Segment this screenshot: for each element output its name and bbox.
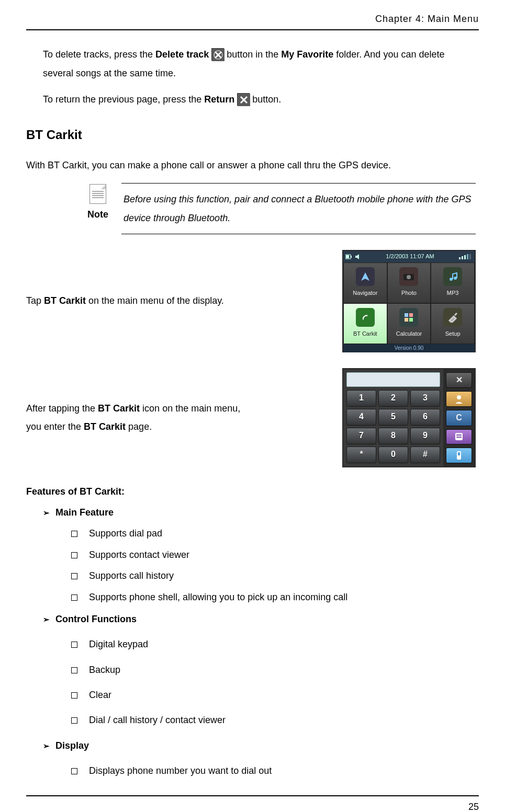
text: icon on the main menu,	[140, 403, 240, 414]
svg-rect-4	[351, 256, 352, 258]
feature-section: DisplayDisplays phone number you want to…	[43, 737, 476, 780]
feature-item: Supports contact viewer	[71, 546, 476, 563]
feature-item: Displays phone number you want to dial o…	[71, 762, 476, 779]
arrow-icon	[43, 506, 55, 520]
key-0: 0	[378, 447, 408, 463]
navigator-icon	[356, 267, 375, 286]
bold-return: Return	[204, 94, 234, 105]
dialer-history-icon	[446, 429, 472, 444]
menu-grid: Navigator Photo MP3 BT Carkit Calculator…	[343, 262, 475, 344]
feature-item-text: Supports call history	[89, 570, 174, 581]
feature-item-text: Dial / call history / contact viewer	[89, 715, 226, 725]
delete-track-icon	[211, 48, 224, 61]
feature-item: Supports dial pad	[71, 525, 476, 542]
feature-item: Clear	[71, 687, 476, 703]
section-title: Control Functions	[55, 614, 137, 624]
dialer-dial-icon	[446, 448, 472, 463]
svg-rect-23	[456, 434, 462, 436]
feature-item-text: Supports contact viewer	[89, 550, 189, 560]
menu-cell-setup: Setup	[431, 303, 475, 344]
row-tap-bt-carkit: Tap BT Carkit on the main menu of the di…	[43, 250, 476, 352]
feature-item-text: Supports dial pad	[89, 528, 162, 539]
menu-cell-calculator: Calculator	[387, 303, 431, 344]
key-3: 3	[410, 390, 440, 407]
feature-item-text: Backup	[89, 665, 120, 675]
svg-rect-17	[405, 313, 408, 317]
signal-icon	[459, 254, 473, 259]
menu-label: Navigator	[353, 288, 377, 299]
feature-sublist: Digital keypadBackupClearDial / call his…	[71, 636, 476, 729]
paragraph-return: To return the previous page, press the R…	[43, 90, 476, 109]
dialer-clear-icon: C	[446, 410, 472, 426]
statusbar-time: 1/2/2003 11:07 AM	[386, 251, 434, 262]
feature-item: Backup	[71, 661, 476, 678]
feature-item: Supports phone shell, allowing you to pi…	[71, 589, 476, 605]
checkbox-icon	[71, 717, 77, 724]
arrow-icon	[43, 612, 55, 626]
svg-rect-18	[409, 313, 413, 317]
checkbox-icon	[71, 594, 77, 601]
chapter-header: Chapter 4: Main Menu	[26, 10, 479, 30]
svg-rect-5	[346, 255, 349, 258]
checkbox-icon	[71, 573, 77, 579]
text: you enter the	[26, 421, 84, 432]
feature-item: Supports call history	[71, 567, 476, 584]
note-icon	[89, 184, 106, 204]
svg-rect-8	[462, 256, 463, 259]
note-block: Note Before using this function, pair an…	[74, 183, 476, 234]
checkbox-icon	[71, 531, 77, 537]
mp3-icon	[443, 267, 462, 286]
features-list: Main FeatureSupports dial padSupports co…	[43, 504, 476, 780]
arrow-icon	[43, 739, 55, 753]
key-1: 1	[346, 390, 376, 407]
return-icon	[237, 93, 250, 106]
text: button in the	[224, 49, 281, 60]
text: on the main menu of the display.	[86, 295, 224, 306]
screenshot-dialer: 1 2 3 4 5 6 7 8 9 * 0 # ✕ C	[342, 368, 476, 467]
key-star: *	[346, 447, 376, 463]
feature-sublist: Displays phone number you want to dial o…	[71, 762, 476, 779]
battery-icon	[345, 254, 353, 260]
menu-cell-navigator: Navigator	[343, 262, 387, 303]
paragraph-delete-tracks: To delete tracks, press the Delete track…	[43, 45, 476, 83]
section-title: Display	[55, 740, 89, 751]
key-hash: #	[410, 447, 440, 463]
svg-point-21	[457, 395, 461, 399]
text: page.	[126, 421, 152, 432]
checkbox-icon	[71, 642, 77, 648]
bt-carkit-icon	[356, 308, 375, 327]
menu-label: Photo	[401, 288, 417, 299]
text: Tap	[26, 295, 44, 306]
svg-marker-6	[355, 254, 359, 259]
checkbox-icon	[71, 692, 77, 699]
feature-section: Main FeatureSupports dial padSupports co…	[43, 504, 476, 605]
bold-my-favorite: My Favorite	[281, 49, 333, 60]
checkbox-icon	[71, 768, 77, 774]
feature-item-text: Displays phone number you want to dial o…	[89, 765, 272, 776]
checkbox-icon	[71, 667, 77, 673]
statusbar-left-icons	[345, 254, 361, 260]
bold-bt-carkit: BT Carkit	[44, 295, 86, 306]
svg-rect-9	[464, 255, 466, 259]
feature-item: Dial / call history / contact viewer	[71, 712, 476, 728]
svg-rect-24	[456, 437, 462, 438]
feature-item-text: Clear	[89, 690, 111, 700]
dialer-keypad: 1 2 3 4 5 6 7 8 9 * 0 #	[346, 390, 440, 463]
screenshot-main-menu: 1/2/2003 11:07 AM Navigator Photo MP3 BT…	[342, 250, 476, 352]
feature-section: Control FunctionsDigital keypadBackupCle…	[43, 611, 476, 729]
bold-bt-carkit: BT Carkit	[84, 421, 126, 432]
menu-label: Setup	[445, 329, 461, 339]
text: To delete tracks, press the	[43, 49, 155, 60]
bold-bt-carkit: BT Carkit	[98, 403, 140, 414]
menu-label: MP3	[447, 288, 459, 299]
heading-bt-carkit: BT Carkit	[26, 123, 476, 146]
menu-cell-bt-carkit: BT Carkit	[343, 303, 387, 344]
text: button.	[250, 94, 281, 105]
svg-point-14	[407, 275, 411, 279]
svg-rect-20	[409, 318, 413, 322]
features-heading: Features of BT Carkit:	[26, 483, 476, 500]
key-6: 6	[410, 409, 440, 426]
svg-rect-10	[467, 254, 468, 259]
key-9: 9	[410, 428, 440, 444]
feature-item: Digital keypad	[71, 636, 476, 653]
